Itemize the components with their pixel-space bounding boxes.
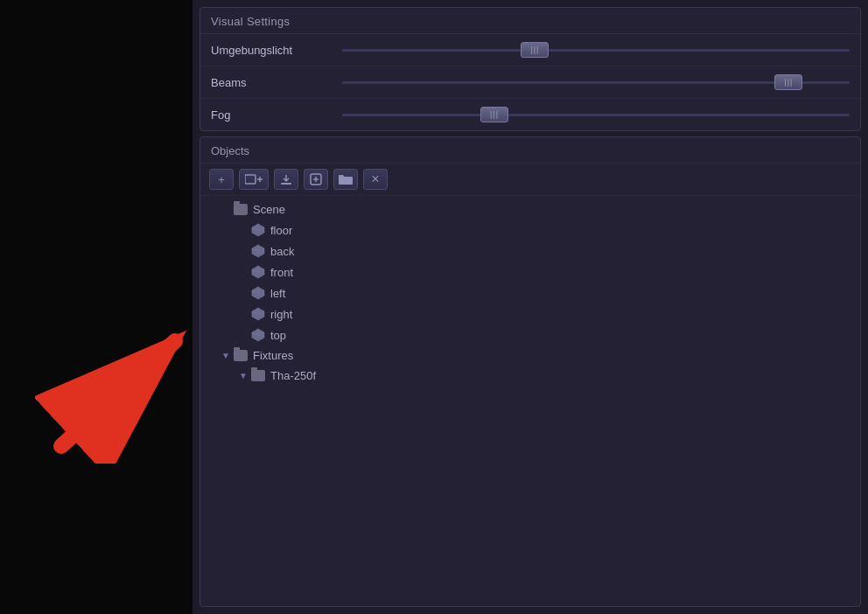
- right-label: right: [270, 308, 292, 321]
- left-cube-icon: [251, 286, 265, 300]
- svg-line-1: [61, 341, 175, 446]
- right-item[interactable]: right: [200, 304, 860, 324]
- beams-slider[interactable]: [342, 73, 850, 91]
- fixtures-folder-icon: [234, 350, 248, 361]
- scene-label: Scene: [253, 203, 285, 216]
- right-cube-icon: [251, 307, 265, 321]
- scene-folder-icon: [234, 204, 248, 215]
- beams-row: Beams: [200, 66, 860, 99]
- tha250f-folder-icon: [251, 370, 265, 381]
- fog-slider[interactable]: [342, 106, 850, 123]
- floor-item[interactable]: floor: [200, 220, 860, 241]
- visual-settings-panel: Visual Settings Umgebungslicht Beams Fog: [200, 7, 861, 131]
- floor-label: floor: [270, 224, 292, 237]
- front-cube-icon: [251, 265, 265, 279]
- floor-cube-icon: [251, 223, 265, 237]
- fixtures-chevron: ▼: [221, 352, 230, 360]
- delete-button[interactable]: ×: [363, 169, 388, 190]
- fixtures-label: Fixtures: [253, 349, 293, 362]
- left-panel: [0, 0, 192, 614]
- fog-label: Fog: [211, 108, 342, 122]
- top-label: top: [270, 329, 286, 342]
- left-item[interactable]: left: [200, 283, 860, 304]
- add-item-button[interactable]: [304, 169, 328, 190]
- back-item[interactable]: back: [200, 241, 860, 262]
- right-panel: Visual Settings Umgebungslicht Beams Fog: [192, 0, 868, 614]
- scene-folder[interactable]: Scene: [200, 199, 860, 220]
- beams-handle[interactable]: [774, 74, 802, 90]
- umgebungslicht-label: Umgebungslicht: [211, 44, 342, 57]
- front-item[interactable]: front: [200, 262, 860, 283]
- arrow-annotation: [35, 324, 210, 467]
- import-button[interactable]: [274, 169, 298, 190]
- add-group-button[interactable]: [239, 169, 269, 190]
- svg-rect-2: [245, 175, 256, 184]
- fog-handle[interactable]: [480, 107, 508, 122]
- top-cube-icon: [251, 328, 265, 342]
- left-label: left: [270, 287, 285, 300]
- tha250f-chevron: ▼: [239, 372, 248, 380]
- top-item[interactable]: top: [200, 324, 860, 345]
- tha250f-folder[interactable]: ▼ Tha-250f: [200, 366, 860, 386]
- svg-rect-5: [281, 183, 291, 185]
- umgebungslicht-handle[interactable]: [521, 42, 549, 58]
- folder-button[interactable]: [333, 169, 358, 190]
- umgebungslicht-row: Umgebungslicht: [200, 34, 860, 66]
- fixtures-folder[interactable]: ▼ Fixtures: [200, 345, 860, 366]
- tha250f-label: Tha-250f: [270, 369, 316, 382]
- visual-settings-title: Visual Settings: [200, 8, 860, 34]
- objects-title: Objects: [200, 137, 860, 164]
- back-cube-icon: [251, 244, 265, 258]
- objects-section: Objects +: [200, 136, 861, 607]
- back-label: back: [270, 245, 294, 258]
- front-label: front: [270, 266, 293, 279]
- beams-label: Beams: [211, 76, 342, 89]
- umgebungslicht-slider[interactable]: [342, 41, 850, 59]
- fog-row: Fog: [200, 99, 860, 130]
- objects-toolbar: +: [200, 164, 860, 196]
- objects-tree: Scene floor: [200, 196, 860, 606]
- add-button[interactable]: +: [209, 169, 234, 190]
